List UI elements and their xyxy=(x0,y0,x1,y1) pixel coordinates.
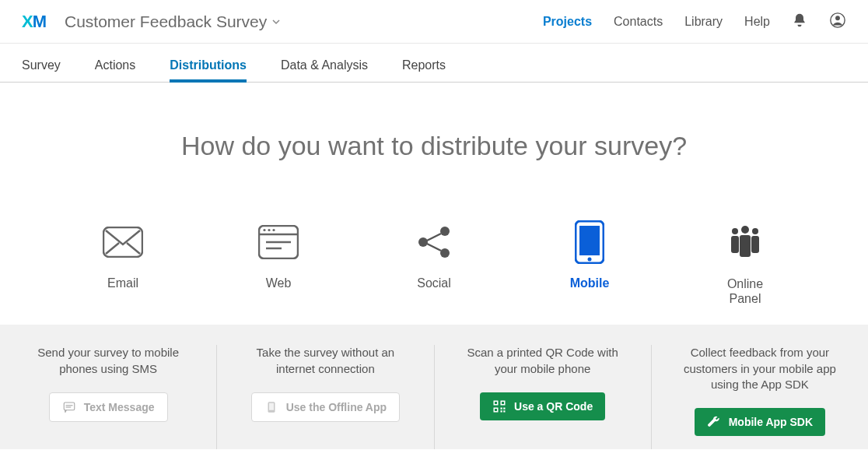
card-text-message: Send your survey to mobile phones using … xyxy=(0,345,217,449)
tablet-icon xyxy=(264,400,278,414)
project-title-text: Customer Feedback Survey xyxy=(65,12,267,31)
channel-social[interactable]: Social xyxy=(395,220,473,306)
svg-rect-34 xyxy=(495,409,497,411)
account-icon[interactable] xyxy=(829,12,846,32)
offline-app-button[interactable]: Use the Offline App xyxy=(251,392,400,422)
svg-point-11 xyxy=(440,227,450,236)
message-icon xyxy=(62,400,76,414)
tab-actions[interactable]: Actions xyxy=(95,58,135,82)
svg-rect-21 xyxy=(740,235,751,257)
svg-point-6 xyxy=(268,229,270,231)
nav-library[interactable]: Library xyxy=(684,15,723,29)
social-icon xyxy=(395,220,473,264)
tab-distributions[interactable]: Distributions xyxy=(170,58,247,82)
channel-email-label: Email xyxy=(84,276,162,290)
svg-rect-19 xyxy=(731,236,739,253)
brand-x: X xyxy=(22,12,33,31)
card-offline-app: Take the survey without an internet conn… xyxy=(217,345,434,449)
brand-logo[interactable]: XM xyxy=(22,12,46,32)
notifications-icon[interactable] xyxy=(792,12,807,31)
channel-online-panel[interactable]: OnlinePanel xyxy=(706,220,784,306)
page-heading: How do you want to distribute your surve… xyxy=(0,131,868,161)
channel-email[interactable]: Email xyxy=(84,220,162,306)
chevron-down-icon xyxy=(271,17,281,26)
section-tabs: Survey Actions Distributions Data & Anal… xyxy=(0,44,868,83)
channel-online-panel-label: OnlinePanel xyxy=(706,276,784,306)
svg-line-14 xyxy=(427,244,441,251)
card-mobile-sdk-desc: Collect feedback from your customers in … xyxy=(672,345,848,392)
svg-rect-2 xyxy=(103,227,142,257)
qr-code-button[interactable]: Use a QR Code xyxy=(480,392,605,420)
card-qr-code-desc: Scan a printed QR Code with your mobile … xyxy=(455,345,631,377)
svg-rect-24 xyxy=(64,403,75,410)
email-icon xyxy=(84,220,162,264)
mobile-sdk-button[interactable]: Mobile App SDK xyxy=(695,408,825,436)
svg-rect-38 xyxy=(503,410,505,412)
svg-rect-23 xyxy=(751,236,759,253)
svg-line-13 xyxy=(427,234,441,241)
channel-web[interactable]: Web xyxy=(240,220,317,306)
svg-rect-36 xyxy=(503,407,505,409)
wrench-icon xyxy=(707,415,721,429)
svg-rect-16 xyxy=(579,226,600,255)
svg-point-1 xyxy=(835,16,840,20)
distribution-channels: Email Web Social Mobile OnlinePanel xyxy=(0,220,868,306)
top-header: XM Customer Feedback Survey Projects Con… xyxy=(0,0,868,44)
nav-contacts[interactable]: Contacts xyxy=(614,15,663,29)
top-nav: Projects Contacts Library Help xyxy=(543,12,846,32)
nav-help[interactable]: Help xyxy=(744,15,770,29)
brand-m: M xyxy=(33,12,46,31)
svg-point-5 xyxy=(263,229,265,231)
svg-rect-37 xyxy=(501,410,502,412)
tab-data-analysis[interactable]: Data & Analysis xyxy=(281,58,368,82)
svg-point-17 xyxy=(588,258,592,262)
text-message-button[interactable]: Text Message xyxy=(49,392,168,422)
channel-mobile[interactable]: Mobile xyxy=(551,220,628,306)
project-title-dropdown[interactable]: Customer Feedback Survey xyxy=(65,12,281,31)
mobile-icon xyxy=(551,220,628,264)
channel-web-label: Web xyxy=(240,276,317,290)
card-qr-code: Scan a printed QR Code with your mobile … xyxy=(435,345,652,449)
card-offline-app-desc: Take the survey without an internet conn… xyxy=(237,345,413,377)
svg-point-7 xyxy=(272,229,275,231)
svg-point-22 xyxy=(752,228,758,234)
svg-point-18 xyxy=(732,228,738,234)
people-icon xyxy=(706,220,784,264)
tab-survey[interactable]: Survey xyxy=(22,58,61,82)
card-text-message-desc: Send your survey to mobile phones using … xyxy=(20,345,196,377)
mobile-action-panel: Send your survey to mobile phones using … xyxy=(0,325,868,449)
channel-social-label: Social xyxy=(395,276,473,290)
svg-point-10 xyxy=(418,237,428,247)
channel-mobile-label: Mobile xyxy=(551,276,628,290)
svg-point-12 xyxy=(440,248,450,258)
card-mobile-sdk: Collect feedback from your customers in … xyxy=(652,345,868,449)
svg-rect-30 xyxy=(495,402,497,404)
nav-projects[interactable]: Projects xyxy=(543,15,592,29)
active-channel-caret xyxy=(579,325,600,336)
svg-rect-32 xyxy=(502,402,504,404)
svg-point-20 xyxy=(741,226,749,234)
tab-reports[interactable]: Reports xyxy=(402,58,446,82)
web-icon xyxy=(240,220,317,264)
svg-rect-28 xyxy=(269,403,274,410)
qr-icon xyxy=(492,399,506,413)
svg-rect-35 xyxy=(501,407,502,409)
